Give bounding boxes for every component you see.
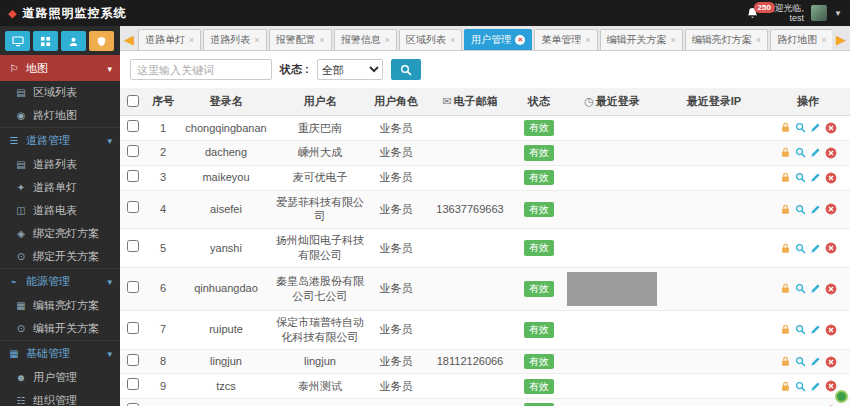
tab-close-icon[interactable]: × — [385, 36, 390, 45]
zoom-icon[interactable] — [795, 381, 806, 392]
sidebar-item-3-1[interactable]: ☷组织管理 — [0, 389, 120, 406]
tab-item-4[interactable]: 区域列表× — [399, 29, 462, 50]
tab-item-2[interactable]: 报警配置× — [269, 29, 332, 50]
sidebar-section-header-3[interactable]: ▦基础管理▾ — [0, 340, 120, 366]
sidebar-item-1-1[interactable]: ✦道路单灯 — [0, 176, 120, 199]
zoom-icon[interactable] — [795, 283, 806, 294]
lock-icon[interactable] — [780, 324, 791, 335]
tab-close-icon[interactable]: × — [515, 35, 525, 45]
sidebar-item-2-1[interactable]: ⊙编辑开关方案 — [0, 317, 120, 340]
tab-scroll-left-icon[interactable]: ◀ — [122, 29, 136, 50]
zoom-icon[interactable] — [795, 204, 806, 215]
sidebar-tool-user-icon[interactable] — [61, 31, 86, 51]
lock-icon[interactable] — [780, 147, 791, 158]
zoom-icon[interactable] — [795, 172, 806, 183]
edit-icon[interactable] — [810, 381, 821, 392]
row-checkbox[interactable] — [127, 281, 139, 293]
sidebar-item-2-0[interactable]: ▦编辑亮灯方案 — [0, 294, 120, 317]
sidebar-section-header-2[interactable]: ⌁能源管理▾ — [0, 268, 120, 294]
delete-icon[interactable] — [825, 203, 837, 215]
zoom-icon[interactable] — [795, 243, 806, 254]
tab-item-0[interactable]: 道路单灯× — [138, 29, 201, 50]
edit-icon[interactable] — [810, 356, 821, 367]
search-input[interactable] — [130, 59, 272, 80]
zoom-icon[interactable] — [795, 147, 806, 158]
sidebar-section-header-1[interactable]: ☰道路管理▾ — [0, 127, 120, 153]
status-badge: 有效 — [524, 170, 554, 186]
row-checkbox[interactable] — [127, 201, 139, 213]
zoom-icon[interactable] — [795, 122, 806, 133]
floating-widget-icon[interactable] — [835, 390, 848, 403]
column-header-label: 登录名 — [210, 95, 243, 107]
tab-item-6[interactable]: 菜单管理× — [534, 29, 597, 50]
user-avatar[interactable] — [811, 5, 827, 21]
delete-icon[interactable] — [825, 324, 837, 336]
tab-item-7[interactable]: 编辑开关方案× — [600, 29, 683, 50]
zoom-icon[interactable] — [795, 356, 806, 367]
row-checkbox[interactable] — [127, 354, 139, 366]
tab-item-1[interactable]: 道路列表× — [203, 29, 266, 50]
sidebar-item-0-0[interactable]: ▤区域列表 — [0, 81, 120, 104]
tab-close-icon[interactable]: × — [254, 36, 259, 45]
select-all-checkbox[interactable] — [127, 95, 139, 107]
tab-close-icon[interactable]: × — [189, 36, 194, 45]
tab-close-icon[interactable]: × — [756, 36, 761, 45]
sidebar-item-1-2[interactable]: ◫道路电表 — [0, 199, 120, 222]
sidebar-item-0-1[interactable]: ◉路灯地图 — [0, 104, 120, 127]
row-checkbox[interactable] — [127, 120, 139, 132]
lock-icon[interactable] — [780, 381, 791, 392]
tab-scroll-right-icon[interactable]: ▶ — [834, 29, 848, 50]
delete-icon[interactable] — [825, 242, 837, 254]
status-filter-select[interactable]: 全部 — [317, 59, 383, 80]
edit-icon[interactable] — [810, 324, 821, 335]
delete-icon[interactable] — [825, 122, 837, 134]
tab-close-icon[interactable]: × — [585, 36, 590, 45]
app-title: 道路照明监控系统 — [22, 5, 126, 22]
delete-icon[interactable] — [825, 356, 837, 368]
lock-icon[interactable] — [780, 204, 791, 215]
edit-icon[interactable] — [810, 147, 821, 158]
sidebar-section-header-0[interactable]: ⚐地图▾ — [0, 55, 120, 81]
edit-icon[interactable] — [810, 283, 821, 294]
zoom-icon[interactable] — [795, 324, 806, 335]
sidebar-tool-grid-icon[interactable] — [33, 31, 58, 51]
row-checkbox[interactable] — [127, 322, 139, 334]
lock-icon[interactable] — [780, 356, 791, 367]
row-checkbox[interactable] — [127, 170, 139, 182]
tab-label: 报警信息 — [341, 33, 381, 47]
sidebar-item-1-3[interactable]: ◈绑定亮灯方案 — [0, 222, 120, 245]
sidebar-tool-shield-icon[interactable] — [89, 31, 114, 51]
content-area: ◀ 道路单灯×道路列表×报警配置×报警信息×区域列表×用户管理×菜单管理×编辑开… — [120, 26, 850, 406]
tab-close-icon[interactable]: × — [450, 36, 455, 45]
lock-icon[interactable] — [780, 283, 791, 294]
lock-icon[interactable] — [780, 122, 791, 133]
notification-bell-icon[interactable]: 250 — [746, 7, 759, 20]
row-checkbox[interactable] — [127, 240, 139, 252]
delete-icon[interactable] — [825, 172, 837, 184]
edit-icon[interactable] — [810, 172, 821, 183]
org-icon: ☷ — [15, 395, 27, 406]
tab-close-icon[interactable]: × — [821, 36, 826, 45]
user-menu-caret-icon[interactable]: ▼ — [834, 9, 842, 18]
tab-close-icon[interactable]: × — [320, 36, 325, 45]
edit-icon[interactable] — [810, 243, 821, 254]
row-checkbox[interactable] — [127, 145, 139, 157]
delete-icon[interactable] — [825, 283, 837, 295]
sidebar-item-1-0[interactable]: ▤道路列表 — [0, 153, 120, 176]
tab-close-icon[interactable]: × — [671, 36, 676, 45]
delete-icon[interactable] — [825, 380, 837, 392]
tab-item-9[interactable]: 路灯地图× — [770, 29, 832, 50]
edit-icon[interactable] — [810, 122, 821, 133]
sidebar-tool-monitor-icon[interactable] — [5, 31, 30, 51]
lock-icon[interactable] — [780, 172, 791, 183]
search-button[interactable] — [391, 59, 421, 80]
tab-item-5[interactable]: 用户管理× — [464, 29, 532, 50]
tab-item-8[interactable]: 编辑亮灯方案× — [685, 29, 768, 50]
tab-item-3[interactable]: 报警信息× — [334, 29, 397, 50]
edit-icon[interactable] — [810, 204, 821, 215]
sidebar-item-1-4[interactable]: ⊙绑定开关方案 — [0, 245, 120, 268]
row-checkbox[interactable] — [127, 378, 139, 390]
sidebar-item-3-0[interactable]: ☻用户管理 — [0, 366, 120, 389]
delete-icon[interactable] — [825, 147, 837, 159]
lock-icon[interactable] — [780, 243, 791, 254]
